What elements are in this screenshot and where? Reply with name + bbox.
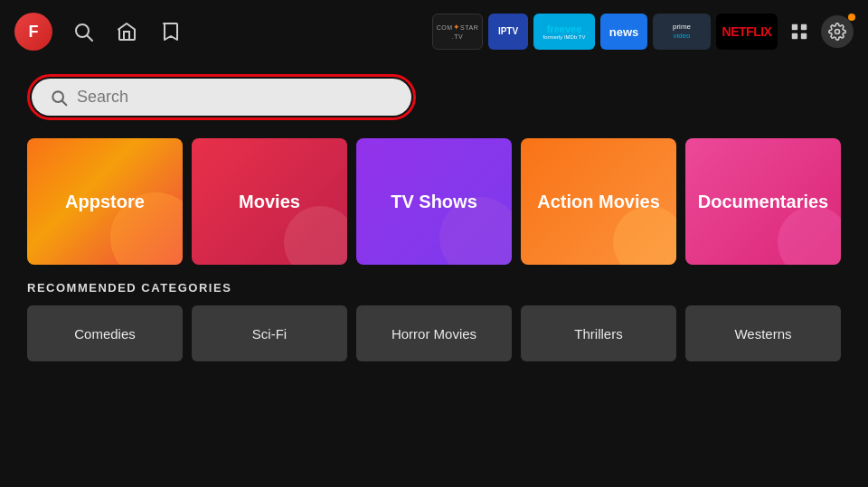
svg-line-8 <box>62 100 67 105</box>
search-placeholder: Search <box>77 88 128 107</box>
app-tile-iptv[interactable]: IPTV <box>488 14 528 50</box>
category-tile-horror[interactable]: Horror Movies <box>356 305 512 361</box>
search-box[interactable]: Search <box>32 79 411 116</box>
featured-tile-appstore[interactable]: Appstore <box>27 138 183 265</box>
featured-tile-movies[interactable]: Movies <box>192 138 347 265</box>
category-tile-westerns[interactable]: Westerns <box>685 305 841 361</box>
nav-left: F <box>14 13 183 51</box>
svg-rect-2 <box>792 24 797 30</box>
featured-grid: Appstore Movies TV Shows Action Movies D… <box>27 138 841 265</box>
search-section: Search <box>0 63 868 135</box>
featured-tile-documentaries[interactable]: Documentaries <box>685 138 841 265</box>
grid-apps-icon[interactable] <box>783 15 816 48</box>
recommended-title: RECOMMENDED CATEGORIES <box>27 281 841 295</box>
app-tile-netflix[interactable]: NETFLIX <box>716 14 778 50</box>
categories-row: Comedies Sci-Fi Horror Movies Thrillers … <box>27 305 841 361</box>
featured-tile-tvshows[interactable]: TV Shows <box>356 138 512 265</box>
search-icon-input <box>50 89 68 107</box>
featured-tile-action[interactable]: Action Movies <box>521 138 676 265</box>
featured-section: Appstore Movies TV Shows Action Movies D… <box>0 138 868 265</box>
app-tile-prime[interactable]: primevideo <box>653 14 711 50</box>
nav-right: COM✦STAR.TV IPTV freevee formerly IMDb T… <box>432 14 854 50</box>
svg-rect-3 <box>801 24 807 30</box>
avatar[interactable]: F <box>14 13 52 51</box>
recommended-section: RECOMMENDED CATEGORIES Comedies Sci-Fi H… <box>0 265 868 361</box>
bookmark-icon[interactable] <box>157 19 183 44</box>
search-icon[interactable] <box>71 19 96 44</box>
svg-rect-4 <box>792 33 797 39</box>
search-box-wrapper: Search <box>27 74 416 120</box>
settings-icon[interactable] <box>821 15 854 48</box>
navbar: F COM✦STAR.TV IPTV freevee formerly IMDb… <box>0 0 868 63</box>
app-tile-comcast[interactable]: COM✦STAR.TV <box>432 14 483 50</box>
category-tile-scifi[interactable]: Sci-Fi <box>192 305 347 361</box>
app-tile-freevee[interactable]: freevee formerly IMDb TV <box>533 14 595 50</box>
svg-point-6 <box>835 30 840 34</box>
category-tile-comedies[interactable]: Comedies <box>27 305 183 361</box>
svg-rect-5 <box>801 33 807 39</box>
app-tile-news[interactable]: news <box>600 14 647 50</box>
home-icon[interactable] <box>114 19 139 44</box>
svg-line-1 <box>88 36 93 42</box>
category-tile-thrillers[interactable]: Thrillers <box>521 305 676 361</box>
